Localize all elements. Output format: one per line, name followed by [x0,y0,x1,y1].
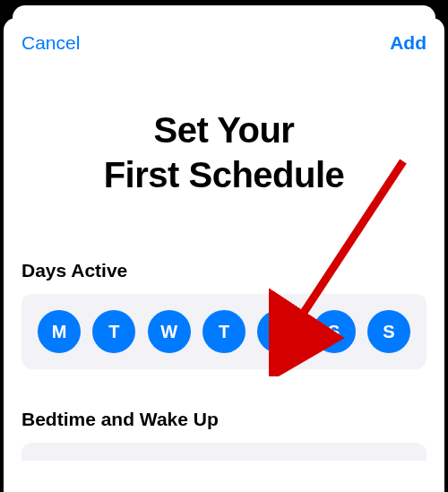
bedtime-wakeup-header: Bedtime and Wake Up [22,409,426,430]
add-button[interactable]: Add [390,32,426,54]
nav-bar: Cancel Add [4,18,444,63]
day-toggle-tue[interactable]: T [92,310,135,353]
spacer [4,369,444,409]
page-title: Set Your First Schedule [30,108,418,197]
days-active-header: Days Active [22,260,426,281]
day-toggle-sat[interactable]: S [313,310,356,353]
title-line-2: First Schedule [104,155,345,194]
day-toggle-sun[interactable]: S [367,310,410,353]
cancel-button[interactable]: Cancel [22,32,80,54]
days-container: M T W T F S S [22,294,426,369]
day-toggle-mon[interactable]: M [38,310,81,353]
day-toggle-wed[interactable]: W [148,310,191,353]
bedtime-container [22,443,426,461]
day-toggle-fri[interactable]: F [257,310,300,353]
modal-sheet: Cancel Add Set Your First Schedule Days … [4,18,444,492]
title-area: Set Your First Schedule [4,63,444,260]
day-toggle-thu[interactable]: T [202,310,246,353]
days-active-section: Days Active M T W T F S S [4,260,444,369]
bedtime-section: Bedtime and Wake Up [4,409,444,461]
title-line-1: Set Your [154,110,295,150]
